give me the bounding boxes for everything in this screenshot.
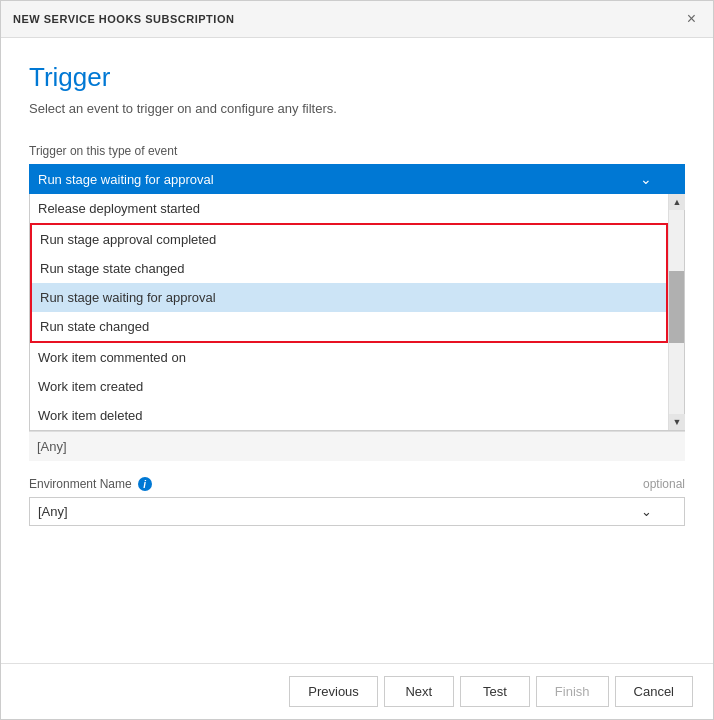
env-chevron-down-icon: ⌄ [641,504,652,519]
event-field-label: Trigger on this type of event [29,144,685,158]
footer: Previous Next Test Finish Cancel [1,663,713,719]
environment-dropdown[interactable]: [Any] ⌄ [29,497,685,526]
env-label-row: Environment Name i optional [29,477,685,491]
environment-dropdown-value: [Any] [38,504,68,519]
page-subtitle: Select an event to trigger on and config… [29,101,685,116]
info-icon[interactable]: i [138,477,152,491]
previous-button[interactable]: Previous [289,676,378,707]
optional-label: optional [643,477,685,491]
event-dropdown-selected[interactable]: Run stage waiting for approval ⌄ [29,164,685,194]
dialog-title: NEW SERVICE HOOKS SUBSCRIPTION [13,13,234,25]
env-label-left: Environment Name i [29,477,152,491]
environment-field-label: Environment Name [29,477,132,491]
scrollbar[interactable]: ▲ ▼ [668,194,684,430]
scroll-track [669,210,684,414]
finish-button[interactable]: Finish [536,676,609,707]
list-item[interactable]: Run stage approval completed [32,225,666,254]
scroll-down-button[interactable]: ▼ [669,414,685,430]
environment-section: Environment Name i optional [Any] ⌄ [29,477,685,526]
dropdown-items-area: Release deployment started Run stage app… [30,194,668,430]
chevron-down-icon: ⌄ [640,171,652,187]
test-button[interactable]: Test [460,676,530,707]
cancel-button[interactable]: Cancel [615,676,693,707]
close-button[interactable]: × [682,9,701,29]
page-title: Trigger [29,62,685,93]
list-item[interactable]: Run stage state changed [32,254,666,283]
list-item[interactable]: Run state changed [32,312,666,341]
list-item[interactable]: Release deployment started [30,194,668,223]
scroll-up-button[interactable]: ▲ [669,194,685,210]
dialog-content: Trigger Select an event to trigger on an… [1,38,713,663]
list-item[interactable]: Work item deleted [30,401,668,430]
any-value-row: [Any] [29,431,685,461]
event-dropdown-value: Run stage waiting for approval [38,172,214,187]
event-dropdown[interactable]: Run stage waiting for approval ⌄ Release… [29,164,685,461]
any-value-label: [Any] [37,439,67,454]
list-item[interactable]: Work item commented on [30,343,668,372]
event-dropdown-list: Release deployment started Run stage app… [29,194,685,431]
next-button[interactable]: Next [384,676,454,707]
list-item-selected[interactable]: Run stage waiting for approval [32,283,666,312]
scroll-thumb [669,271,684,342]
titlebar: NEW SERVICE HOOKS SUBSCRIPTION × [1,1,713,38]
red-box-group: Run stage approval completed Run stage s… [30,223,668,343]
list-item[interactable]: Work item created [30,372,668,401]
dialog: NEW SERVICE HOOKS SUBSCRIPTION × Trigger… [0,0,714,720]
